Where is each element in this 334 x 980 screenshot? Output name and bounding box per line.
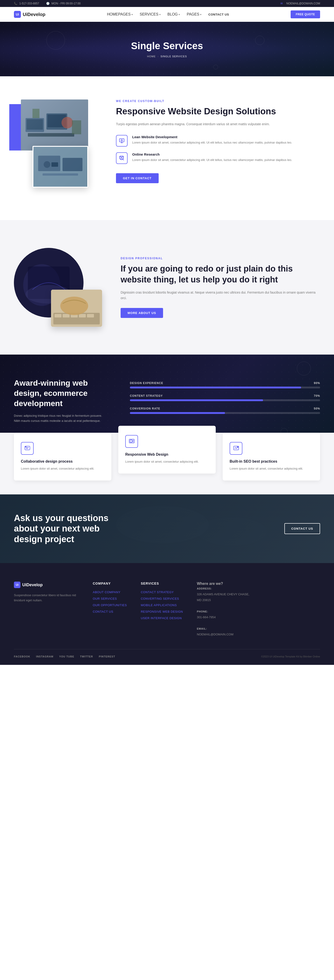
skills-left: Award-winning web design, ecommerce deve… <box>14 378 107 423</box>
cta-content: Ask us your questions about your next we… <box>14 513 130 545</box>
skills-title: Award-winning web design, ecommerce deve… <box>14 378 107 409</box>
skill-track-design <box>130 387 320 388</box>
skill-track-conversion <box>130 412 320 414</box>
svg-point-31 <box>60 297 88 315</box>
social-facebook[interactable]: FACEBOOK <box>14 655 30 658</box>
svg-rect-14 <box>51 162 58 167</box>
nav-pages[interactable]: PAGES ▾ <box>187 12 201 16</box>
social-youtube[interactable]: YOU TUBE <box>59 655 74 658</box>
service-secondary-image-inner <box>33 147 87 187</box>
skill-value-content: 70% <box>314 394 320 398</box>
svg-rect-8 <box>72 120 81 134</box>
footer-address-col: Where are we? ADDRESS: 326 ADAMS AVENUE … <box>197 582 253 637</box>
svg-rect-26 <box>54 314 62 317</box>
card-collaborative-text: Lorem ipsum dolor sit amet, consectetur … <box>21 466 104 471</box>
footer-link-mobile[interactable]: MOBILE APPLICATIONS <box>141 603 183 607</box>
hero-title: Single Services <box>131 40 203 51</box>
svg-point-33 <box>25 447 26 447</box>
free-quote-button[interactable]: FREE QUOTE <box>291 10 320 18</box>
footer-logo-text: UiDevelop <box>22 582 43 587</box>
breadcrumb-current: SINGLE SERVICES <box>161 55 187 58</box>
skill-label-design: DESIGN EXPERIENCE <box>130 382 163 385</box>
skill-bar-content: CONTENT STRATEGY 70% <box>130 394 320 401</box>
card-responsive: Responsive Web Design Lorem ipsum dolor … <box>118 426 216 474</box>
footer-address-info: ADDRESS: 326 ADAMS AVENUE CHEVY CHASE, M… <box>197 586 253 637</box>
feature-2-icon <box>116 152 127 164</box>
service-images <box>14 100 97 197</box>
footer-link-opportunities[interactable]: OUR OPPORTUNITIES <box>93 603 127 607</box>
social-twitter[interactable]: TWITTER <box>80 655 93 658</box>
footer-link-converting[interactable]: CONVERTING SERVICES <box>141 597 183 601</box>
svg-point-6 <box>62 117 73 129</box>
get-in-contact-button[interactable]: GET IN CONTACT <box>116 173 159 183</box>
skill-fill-design <box>130 387 301 388</box>
breadcrumb-home[interactable]: HOME <box>147 55 156 58</box>
footer-copyright: ©2023 UI UiDevelop Template Kit by Bitmb… <box>261 655 320 658</box>
footer-logo[interactable]: Ui UiDevelop <box>14 582 79 588</box>
footer-link-contact[interactable]: CONTACT US <box>93 609 127 614</box>
logo[interactable]: Ui UiDevelop <box>14 11 46 18</box>
footer-company-title: Company <box>93 582 127 585</box>
svg-rect-11 <box>63 158 83 171</box>
social-pinterest[interactable]: PINTEREST <box>99 655 115 658</box>
card-collaborative-title: Collaborative design process <box>21 460 104 464</box>
svg-point-19 <box>121 157 122 158</box>
skill-track-content <box>130 399 320 401</box>
footer-link-responsive[interactable]: RESPONSIVE WEB DESIGN <box>141 609 183 614</box>
chevron-down-icon: ▾ <box>132 13 133 16</box>
service-main-image-inner <box>21 100 88 151</box>
deco-circle <box>297 361 311 375</box>
footer: Ui UiDevelop Suspendisse consectetur lib… <box>0 563 334 665</box>
hero-banner: Single Services HOME › SINGLE SERVICES <box>0 22 334 76</box>
nav-services[interactable]: SERVICES ▾ <box>140 12 161 16</box>
main-nav: HOMEPAGES ▾ SERVICES ▾ BLOG ▾ PAGES ▾ CO… <box>107 12 229 16</box>
footer-link-about[interactable]: ABOUT COMPANY <box>93 590 127 594</box>
skill-bar-conversion: CONVERSION RATE 50% <box>130 407 320 414</box>
svg-rect-5 <box>28 133 74 137</box>
skill-label-conversion: CONVERSION RATE <box>130 407 160 410</box>
service-tag: WE CREATE CUSTOM-BUILT <box>116 100 320 103</box>
nav-blog[interactable]: BLOG ▾ <box>167 12 180 16</box>
skills-right: DESIGN EXPERIENCE 90% CONTENT STRATEGY 7… <box>130 382 320 420</box>
feature-1-icon <box>116 135 127 146</box>
svg-point-16 <box>121 140 122 141</box>
footer-email-label: EMAIL: <box>197 627 207 630</box>
chevron-down-icon: ▾ <box>200 13 201 16</box>
breadcrumb: HOME › SINGLE SERVICES <box>147 55 187 58</box>
logo-icon: Ui <box>14 11 21 18</box>
footer-link-services[interactable]: OUR SERVICES <box>93 597 127 601</box>
phone-info: 📞 1-517-333-8857 <box>14 2 39 5</box>
card-seo: Built-in SEO best practices Lorem ipsum … <box>223 433 320 480</box>
footer-link-ui-design[interactable]: USER INTERFACE DESIGN <box>141 616 183 620</box>
feature-item-1: Lean Website Development Lorem ipsum dol… <box>116 135 320 146</box>
service-description: Turpis egestas pretium aenean pharetra m… <box>116 121 320 127</box>
social-instagram[interactable]: INSTAGRAM <box>36 655 53 658</box>
feature-1-description: Lorem ipsum dolor sit amet, consectetur … <box>132 140 292 145</box>
service-content: WE CREATE CUSTOM-BUILT Responsive Websit… <box>116 100 320 183</box>
deco-circle <box>213 65 218 69</box>
breadcrumb-separator: › <box>157 55 159 58</box>
feature-1-title: Lean Website Development <box>132 135 292 139</box>
footer-services-col: Services CONTACT STRATEGY CONVERTING SER… <box>141 582 183 637</box>
footer-link-content-strategy[interactable]: CONTACT STRATEGY <box>141 590 183 594</box>
feature-2-text: Online Research Lorem ipsum dolor sit am… <box>132 152 292 162</box>
top-bar: 📞 1-517-333-8857 🕐 MON - FRI 09:00-17:00… <box>0 0 334 7</box>
footer-phone: 301-664-7954 <box>197 616 216 619</box>
card-responsive-text: Lorem ipsum dolor sit amet, consectetur … <box>125 460 209 464</box>
design-overlay-image <box>51 290 102 327</box>
hours-info: 🕐 MON - FRI 09:00-17:00 <box>46 2 81 5</box>
card-seo-text: Lorem ipsum dolor sit amet, consectetur … <box>230 466 313 471</box>
footer-phone-label: PHONE: <box>197 610 208 613</box>
cta-contact-button[interactable]: CONTACT US <box>285 523 320 534</box>
svg-rect-2 <box>27 119 43 130</box>
footer-company-links: ABOUT COMPANY OUR SERVICES OUR OPPORTUNI… <box>93 590 127 614</box>
service-secondary-image <box>32 146 88 188</box>
nav-contact[interactable]: CONTACT US <box>208 13 229 16</box>
skill-label-content: CONTENT STRATEGY <box>130 394 163 398</box>
card-responsive-title: Responsive Web Design <box>125 452 209 457</box>
design-tag: DESIGN PROFESSIONAL <box>121 257 320 260</box>
nav-homepages[interactable]: HOMEPAGES ▾ <box>107 12 133 16</box>
more-about-us-button[interactable]: MORE ABOUT US <box>121 308 163 318</box>
footer-bottom: FACEBOOK INSTAGRAM YOU TUBE TWITTER PINT… <box>14 649 320 658</box>
top-bar-left: 📞 1-517-333-8857 🕐 MON - FRI 09:00-17:00 <box>14 2 81 5</box>
